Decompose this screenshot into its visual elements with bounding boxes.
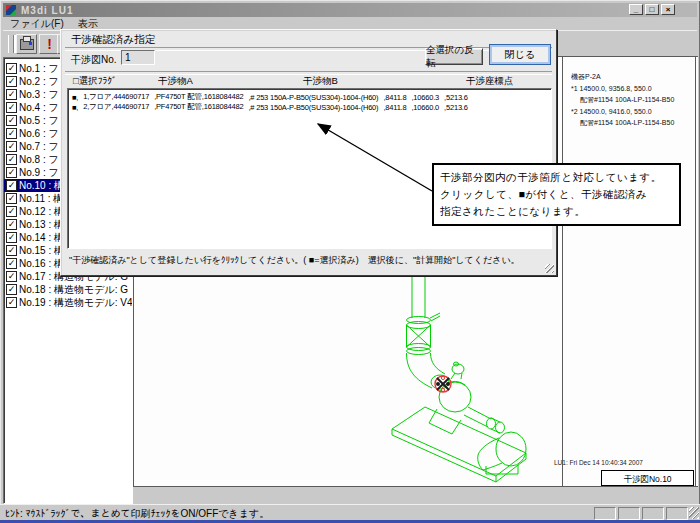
sidebar-item-label: No.10 : 構: [19, 179, 64, 192]
sidebar-item-label: No.18 : 構造物モデル: G: [19, 283, 128, 296]
interference-pipe-label: 配管#1154 100A-LP-1154-B50: [571, 94, 691, 105]
row-cell: ,8411.8: [383, 93, 406, 102]
print-checkbox[interactable]: ✓: [6, 154, 17, 165]
row-cell: ,PF4750T 配管,1618084482: [154, 92, 243, 102]
print-checkbox[interactable]: ✓: [6, 193, 17, 204]
row-cell: ,5213.6: [444, 93, 468, 102]
interference-confirm-dialog: 干渉確認済み指定 干渉図No. 全選択の反転 閉じる □選択ﾌﾗｸﾞ干渉物A干渉…: [60, 29, 557, 276]
minimize-button[interactable]: _: [629, 4, 643, 15]
print-checkbox[interactable]: ✓: [6, 102, 17, 113]
sidebar-item-label: No.13 : 構: [19, 218, 64, 231]
row-cell: 2,フロア,444690717: [83, 102, 149, 112]
row-cell: ,# 253 150A-P-B50(SUS304)-1604-(H60): [248, 93, 378, 102]
sidebar-item-label: No.2 : フ: [19, 75, 59, 88]
sidebar-item-label: No.9 : フ: [19, 166, 59, 179]
status-cell: [642, 507, 664, 520]
print-checkbox[interactable]: ✓: [6, 141, 17, 152]
sidebar-item-label: No.4 : フ: [19, 101, 59, 114]
row-cell: ,10660.3: [411, 93, 439, 102]
interference-no-label: 干渉図No.: [71, 53, 117, 67]
sidebar-item-label: No.11 : 構: [19, 192, 63, 205]
status-cell: [618, 507, 640, 520]
print-button[interactable]: [16, 34, 37, 54]
sidebar-item-label: No.8 : フ: [19, 153, 59, 166]
sidebar-item-label: No.12 : 構: [19, 205, 64, 218]
printer-icon: [20, 39, 34, 50]
row-cell: ,# 253 150A-P-B50(SUS304)-1604-(H60): [248, 103, 378, 112]
print-checkbox[interactable]: ✓: [6, 271, 17, 282]
annotation-line: 指定されたことになります。: [440, 203, 673, 220]
print-checkbox[interactable]: ✓: [6, 284, 17, 295]
app-window: M3di LU1 _ □ × ファイル(F) 表示 ! ✓No.1 : フ✓No…: [0, 0, 700, 523]
column-header: 干渉物A: [158, 75, 303, 88]
dialog-resize-grip[interactable]: [545, 264, 554, 273]
sheet-frame-right: [695, 57, 696, 487]
row-cell: ,10660.0: [411, 103, 439, 112]
sheet-frame-divider: [562, 57, 563, 487]
window-title: M3di LU1: [21, 5, 73, 16]
interference-row[interactable]: ■,2,フロア,444690717,PF4750T 配管,1618084482,…: [72, 102, 551, 112]
maximize-button[interactable]: □: [645, 4, 659, 15]
equipment-label: 機器P-2A: [571, 71, 691, 82]
sheet-title-block: 干渉図No.10: [601, 470, 694, 486]
print-checkbox[interactable]: ✓: [6, 232, 17, 243]
sidebar-item-label: No.16 : 構: [19, 257, 64, 270]
interference-no-field[interactable]: [121, 50, 155, 65]
interference-point-coords: *1 14500.0, 9356.8, 550.0: [571, 83, 691, 94]
interference-info-block: 機器P-2A*1 14500.0, 9356.8, 550.0配管#1154 1…: [571, 71, 691, 128]
resize-grip[interactable]: [689, 507, 699, 519]
sidebar-item-label: No.5 : フ: [19, 114, 59, 127]
invert-selection-button[interactable]: 全選択の反転: [425, 48, 483, 65]
sidebar-item[interactable]: ✓No.19 : 構造物モデル: V4: [4, 296, 132, 309]
row-cell: ,PF4750T 配管,1618084482: [154, 102, 243, 112]
row-cell: ■,: [72, 103, 78, 112]
column-header: 干渉座標点: [466, 75, 556, 88]
annotation-line: クリックして、■が付くと、干渉確認済み: [440, 186, 673, 203]
title-bar: M3di LU1: [3, 3, 697, 17]
sidebar-item-label: No.7 : フ: [19, 140, 59, 153]
sidebar-item-label: No.15 : 構: [19, 244, 64, 257]
print-checkbox[interactable]: ✓: [6, 89, 17, 100]
interference-point-coords: *2 14500.0, 9416.0, 550.0: [571, 106, 691, 117]
print-checkbox[interactable]: ✓: [6, 76, 17, 87]
print-checkbox[interactable]: ✓: [6, 245, 17, 256]
status-bar: ﾋﾝﾄ: ﾏｳｽﾄﾞﾗｯｸﾞで、まとめて印刷ﾁｪｯｸをON/OFFできます。: [0, 504, 700, 521]
print-checkbox[interactable]: ✓: [6, 219, 17, 230]
sidebar-item-label: No.1 : フ: [19, 62, 59, 75]
column-header: 干渉物B: [303, 75, 466, 88]
print-checkbox[interactable]: ✓: [6, 180, 17, 191]
annotation-callout: 干渉部分図内の干渉箇所と対応しています。 クリックして、■が付くと、干渉確認済み…: [432, 163, 681, 226]
annotation-line: 干渉部分図内の干渉箇所と対応しています。: [440, 169, 673, 186]
interference-marker: [435, 376, 451, 392]
toolbar-grip[interactable]: [8, 35, 14, 53]
status-panels: [594, 507, 688, 520]
row-cell: ■,: [72, 93, 78, 102]
print-checkbox[interactable]: ✓: [6, 206, 17, 217]
row-cell: 1,フロア,444690717: [83, 92, 149, 102]
sidebar-item[interactable]: ✓No.18 : 構造物モデル: G: [4, 283, 132, 296]
interference-pipe-label: 配管#1154 100A-LP-1154-B50: [571, 117, 691, 128]
sidebar-item-label: No.19 : 構造物モデル: V4: [19, 296, 132, 309]
window-controls: _ □ ×: [629, 4, 675, 15]
close-button[interactable]: ×: [661, 4, 675, 15]
row-cell: ,8411.8: [383, 103, 406, 112]
status-cell: [666, 507, 688, 520]
status-cell: [594, 507, 616, 520]
print-checkbox[interactable]: ✓: [6, 167, 17, 178]
print-checkbox[interactable]: ✓: [6, 297, 17, 308]
dialog-footer-hint: "干渉確認済み"として登録したい行をｸﾘｯｸしてください。( ■=選択済み) 選…: [69, 254, 520, 267]
print-checkbox[interactable]: ✓: [6, 63, 17, 74]
alert-icon: !: [47, 37, 52, 51]
app-icon: [6, 5, 16, 15]
dialog-column-headers: □選択ﾌﾗｸﾞ干渉物A干渉物B干渉座標点: [61, 75, 556, 88]
print-checkbox[interactable]: ✓: [6, 128, 17, 139]
row-cell: ,5213.6: [444, 103, 468, 112]
dialog-title: 干渉確認済み指定: [71, 33, 155, 47]
sidebar-item-label: No.3 : フ: [19, 88, 59, 101]
print-checkbox[interactable]: ✓: [6, 258, 17, 269]
dialog-close-button[interactable]: 閉じる: [489, 44, 551, 65]
status-hint: ﾋﾝﾄ: ﾏｳｽﾄﾞﾗｯｸﾞで、まとめて印刷ﾁｪｯｸをON/OFFできます。: [5, 507, 269, 521]
interference-row[interactable]: ■,1,フロア,444690717,PF4750T 配管,1618084482,…: [72, 92, 551, 102]
plot-timestamp: LU1: Fri Dec 14 10:40:34 2007: [554, 459, 643, 466]
print-checkbox[interactable]: ✓: [6, 115, 17, 126]
